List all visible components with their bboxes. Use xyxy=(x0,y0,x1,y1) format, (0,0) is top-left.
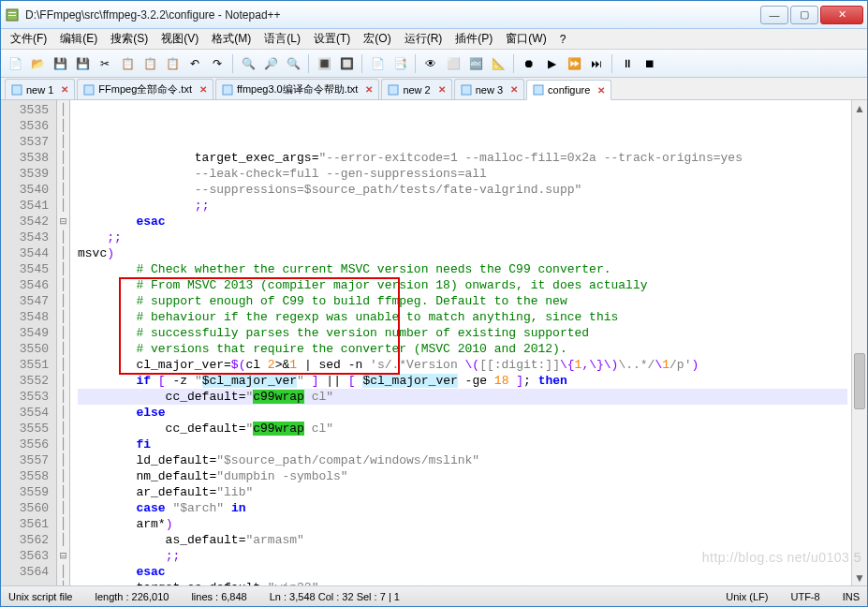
code-line[interactable]: # behaviour if the regexp was unable to … xyxy=(78,309,847,325)
menu-item[interactable]: 宏(O) xyxy=(358,29,396,49)
toolbar-button[interactable]: 📄 xyxy=(5,53,25,74)
code-line[interactable]: target_os_default="win32" xyxy=(78,580,847,585)
toolbar-button[interactable]: 🔍 xyxy=(283,53,303,74)
menu-item[interactable]: 窗口(W) xyxy=(500,29,552,49)
menu-item[interactable]: 插件(P) xyxy=(449,29,498,49)
scroll-down-arrow[interactable]: ▼ xyxy=(852,570,867,585)
tab[interactable]: FFmpeg全部命令.txt✕ xyxy=(77,79,213,99)
menu-item[interactable]: 视图(V) xyxy=(155,29,204,49)
tab-label: ffmpeg3.0编译命令帮助.txt xyxy=(237,82,358,96)
tab-close-icon[interactable]: ✕ xyxy=(365,84,373,95)
status-insert: INS xyxy=(843,591,860,602)
status-encoding: UTF-8 xyxy=(790,591,819,602)
toolbar-button[interactable]: ⏭ xyxy=(586,53,607,74)
menu-item[interactable]: 语言(L) xyxy=(258,29,306,49)
close-button[interactable]: ✕ xyxy=(820,6,863,24)
toolbar-button[interactable]: 📋 xyxy=(117,53,138,74)
tab-close-icon[interactable]: ✕ xyxy=(597,85,605,96)
code-line[interactable]: ;; xyxy=(78,229,847,245)
tab-bar: new 1✕FFmpeg全部命令.txt✕ffmpeg3.0编译命令帮助.txt… xyxy=(1,78,867,100)
tab-close-icon[interactable]: ✕ xyxy=(510,84,518,95)
toolbar-button[interactable]: ⏸ xyxy=(617,53,638,74)
vertical-scrollbar[interactable]: ▲ ▼ xyxy=(851,100,867,585)
tab[interactable]: new 1✕ xyxy=(5,79,75,99)
code-line[interactable]: # Check whether the current MSVC version… xyxy=(78,261,847,277)
code-line[interactable]: ;; xyxy=(78,198,847,214)
toolbar-button[interactable]: ✂ xyxy=(95,53,115,74)
code-line[interactable]: ar_default="lib" xyxy=(78,484,847,500)
menu-item[interactable]: ? xyxy=(554,31,572,48)
toolbar-button[interactable]: ⬜ xyxy=(443,53,463,74)
code-line[interactable]: --leak-check=full --gen-suppressions=all xyxy=(78,166,847,182)
toolbar-button[interactable]: 📋 xyxy=(140,53,160,74)
code-line[interactable]: cc_default="c99wrap cl" xyxy=(78,389,847,405)
tab-close-icon[interactable]: ✕ xyxy=(61,84,68,95)
toolbar-button[interactable]: 🔍 xyxy=(238,53,258,74)
scroll-up-arrow[interactable]: ▲ xyxy=(852,100,867,116)
file-icon xyxy=(222,84,233,96)
code-line[interactable]: msvc) xyxy=(78,245,847,261)
toolbar-button[interactable]: 💾 xyxy=(72,53,93,74)
code-line[interactable]: if [ -z "$cl_major_ver" ] || [ $cl_major… xyxy=(78,373,847,389)
toolbar-button[interactable]: 📐 xyxy=(488,53,508,74)
code-line[interactable]: cc_default="c99wrap cl" xyxy=(78,421,847,437)
tab-label: new 1 xyxy=(26,84,53,96)
code-line[interactable]: case "$arch" in xyxy=(78,500,847,516)
code-line[interactable]: esac xyxy=(78,564,847,580)
toolbar-button[interactable]: 🔳 xyxy=(314,53,334,74)
menu-item[interactable]: 文件(F) xyxy=(5,29,52,49)
code-line[interactable]: ;; xyxy=(78,548,847,564)
toolbar-button[interactable]: 🔎 xyxy=(260,53,281,74)
toolbar-button[interactable]: ⏩ xyxy=(564,53,584,74)
toolbar-button[interactable]: 🔤 xyxy=(465,53,486,74)
toolbar-button[interactable]: 📂 xyxy=(27,53,48,74)
code-line[interactable]: else xyxy=(78,405,847,421)
toolbar-button[interactable]: ↶ xyxy=(184,53,205,74)
menu-item[interactable]: 格式(M) xyxy=(206,29,257,49)
toolbar-button[interactable]: ▶ xyxy=(541,53,562,74)
tab-close-icon[interactable]: ✕ xyxy=(438,84,446,95)
toolbar-button[interactable]: 📄 xyxy=(367,53,388,74)
code-line[interactable]: # successfully parses the version number… xyxy=(78,325,847,341)
toolbar-button[interactable]: 📑 xyxy=(390,53,410,74)
tab[interactable]: ffmpeg3.0编译命令帮助.txt✕ xyxy=(215,79,379,99)
code-line[interactable]: nm_default="dumpbin -symbols" xyxy=(78,468,847,484)
code-line[interactable]: # versions that require the converter (M… xyxy=(78,341,847,357)
toolbar-button[interactable]: 📋 xyxy=(162,53,183,74)
file-icon xyxy=(11,84,22,96)
code-line[interactable]: # support enough of C99 to build ffmpeg.… xyxy=(78,293,847,309)
line-number-gutter: 3535353635373538353935403541354235433544… xyxy=(1,100,57,585)
tab[interactable]: new 3✕ xyxy=(454,79,524,99)
toolbar-button[interactable]: 🔲 xyxy=(336,53,357,74)
fold-column: │││││││⊟││││││││││││││││││││⊟│││ xyxy=(57,100,70,585)
code-line[interactable]: as_default="armasm" xyxy=(78,532,847,548)
menu-item[interactable]: 搜索(S) xyxy=(105,29,154,49)
code-area[interactable]: target_exec_args="--error-exitcode=1 --m… xyxy=(70,100,851,585)
code-line[interactable]: esac xyxy=(78,214,847,229)
app-icon xyxy=(5,7,20,22)
scroll-thumb[interactable] xyxy=(854,353,865,409)
toolbar-button[interactable]: 👁 xyxy=(420,53,441,74)
code-line[interactable]: target_exec_args="--error-exitcode=1 --m… xyxy=(78,150,847,166)
maximize-button[interactable]: ▢ xyxy=(790,6,818,24)
svg-rect-7 xyxy=(462,85,471,95)
toolbar-button[interactable]: 💾 xyxy=(50,53,70,74)
tab-close-icon[interactable]: ✕ xyxy=(199,84,207,95)
code-line[interactable]: fi xyxy=(78,437,847,452)
code-line[interactable]: --suppressions=$source_path/tests/fate-v… xyxy=(78,182,847,198)
tab[interactable]: new 2✕ xyxy=(381,79,451,99)
code-line[interactable]: arm*) xyxy=(78,516,847,532)
menu-item[interactable]: 编辑(E) xyxy=(54,29,103,49)
toolbar-button[interactable]: ↷ xyxy=(207,53,228,74)
svg-rect-6 xyxy=(389,85,398,95)
app-window: D:\FFmpeg\src\ffmpeg-3.2.2\configure - N… xyxy=(0,0,868,607)
menu-item[interactable]: 运行(R) xyxy=(399,29,449,49)
toolbar-button[interactable]: ⏹ xyxy=(640,53,660,74)
tab[interactable]: configure✕ xyxy=(526,80,611,100)
code-line[interactable]: # From MSVC 2013 (compiler major version… xyxy=(78,277,847,293)
code-line[interactable]: cl_major_ver=$(cl 2>&1 | sed -n 's/.*Ver… xyxy=(78,357,847,373)
toolbar-button[interactable]: ⏺ xyxy=(519,53,539,74)
code-line[interactable]: ld_default="$source_path/compat/windows/… xyxy=(78,452,847,468)
minimize-button[interactable]: — xyxy=(760,6,788,24)
menu-item[interactable]: 设置(T) xyxy=(308,29,356,49)
